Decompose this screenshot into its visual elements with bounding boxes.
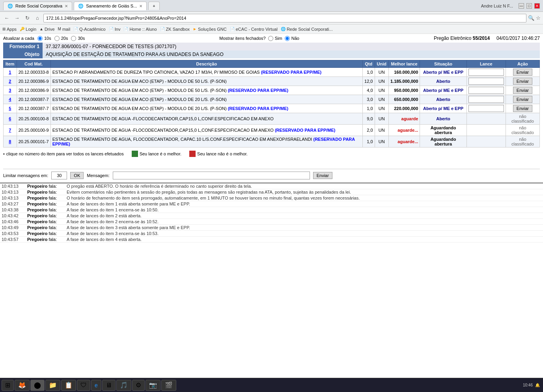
star-icon[interactable]: ☆ [536, 15, 541, 21]
chat-row: 10:43:13Pregoeiro fala:Evitem comentário… [0, 189, 543, 195]
refresh-30s-option[interactable]: 30s [71, 36, 85, 41]
item-num-link[interactable]: 1 [9, 70, 11, 75]
lance-input-cell[interactable] [466, 77, 506, 86]
mostrar-nao-radio[interactable] [285, 36, 290, 41]
refresh-button[interactable]: ↻ [23, 14, 32, 22]
bookmark-ecac[interactable]: 📄 eCAC - Centro Virtual [230, 27, 278, 32]
bookmark-zk[interactable]: 📄 ZK Sandbox [160, 27, 190, 32]
item-num-link[interactable]: 4 [9, 97, 11, 102]
acao-cell[interactable]: Enviar [506, 77, 539, 86]
lance-input-cell[interactable] [466, 68, 506, 77]
descricao-cell: ESTACAO DE TRATAMENTO DE AGUA EM ACO (ET… [50, 104, 362, 113]
bookmark-solucoes[interactable]: ► Soluções GNC [193, 27, 227, 32]
chat-row: 10:43:53Pregoeiro fala:A fase de lances … [0, 231, 543, 237]
melhor-lance-cell: 950.000,000 [388, 86, 420, 95]
item-num-link[interactable]: 6 [9, 116, 11, 121]
close-button[interactable]: ✕ [534, 3, 540, 9]
lance-input[interactable] [468, 96, 504, 103]
melhor-lance-cell: aguarde... [388, 136, 420, 147]
titlebar-user: Andre Luiz N F... [481, 4, 513, 8]
bookmark-rede-social[interactable]: 🌐 Rede Social Corporati... [281, 27, 333, 32]
cod-mat-cell: 20.25.000100-8 [17, 113, 50, 125]
address-bar[interactable] [43, 14, 526, 22]
bookmark-drive[interactable]: ▲ Drive [39, 27, 55, 32]
reserved-label: (RESERVADO PARA EPP/ME) [228, 106, 289, 111]
refresh-10s-radio[interactable] [37, 36, 43, 41]
item-num-cell: 4 [4, 95, 17, 104]
unid-cell: UN [375, 113, 388, 125]
qtd-cell: 1,0 [363, 68, 375, 77]
lance-input-cell[interactable] [466, 95, 506, 104]
nao-classificado-label: não classificado [511, 125, 534, 135]
unid-cell: UN [375, 95, 388, 104]
col-acao: Ação [506, 60, 539, 68]
home-button[interactable]: ⌂ [33, 14, 42, 22]
tab-close-active-icon[interactable]: ✕ [139, 4, 142, 8]
enviar-button[interactable]: Enviar [513, 69, 532, 76]
chat-message: A fase de lances do item 2 encerra-se às… [67, 219, 541, 224]
enviar-button[interactable]: Enviar [513, 87, 532, 94]
refresh-30s-radio[interactable] [71, 36, 76, 41]
tab-favicon: 🌐 [7, 4, 13, 9]
lance-input[interactable] [468, 78, 504, 85]
bookmark-inv[interactable]: 📄 Inv [109, 27, 121, 32]
lance-input-cell[interactable] [466, 86, 506, 95]
acao-cell[interactable]: Enviar [506, 104, 539, 113]
enviar-button[interactable]: Enviar [513, 96, 532, 103]
tab-new[interactable]: + [148, 2, 159, 10]
bookmark-login[interactable]: 🔑 Login [20, 27, 36, 32]
tab-rede-social[interactable]: 🌐 Rede Social Corporativa ✕ [3, 2, 72, 10]
tab-saneamento[interactable]: 🌐 Saneamento de Goiás S... ✕ [74, 2, 147, 10]
item-num-link[interactable]: 5 [9, 106, 11, 111]
cod-mat-cell: 20.12.000387-7 [17, 104, 50, 113]
ok-button[interactable]: OK [70, 172, 84, 179]
acao-cell[interactable]: Enviar [506, 68, 539, 77]
chat-sender: Pregoeiro fala: [27, 196, 63, 200]
minimize-button[interactable]: — [519, 3, 524, 9]
bookmark-mail[interactable]: M mail [58, 27, 71, 32]
maximize-button[interactable]: □ [526, 3, 532, 9]
ecac-icon: 📄 [230, 27, 235, 31]
enviar-button[interactable]: Enviar [513, 78, 532, 85]
situacao-cell: Aberto [420, 113, 466, 125]
bookmark-home-aluno[interactable]: 📄 Home :: Aluno [123, 27, 157, 32]
table-row: 620.25.000100-8ESTACAO DE TRATAMENTO DE … [4, 113, 540, 125]
search-icon[interactable]: 🔍 [528, 15, 534, 21]
lance-input-cell[interactable] [466, 104, 506, 113]
item-num-cell: 2 [4, 77, 17, 86]
refresh-20s-option[interactable]: 20s [54, 36, 68, 41]
mostrar-sim-option[interactable]: Sim [268, 36, 282, 41]
auto-refresh-label: Atualizar a cada [3, 36, 34, 41]
enviar-button[interactable]: Enviar [513, 105, 532, 112]
message-input[interactable] [113, 172, 310, 179]
legend-info-item: • clique no número do item para ver todo… [3, 151, 124, 156]
acao-cell[interactable]: Enviar [506, 95, 539, 104]
tab-close-icon[interactable]: ✕ [65, 4, 68, 8]
bookmark-apps[interactable]: ⊞ Apps [2, 27, 17, 32]
melhor-lance-cell: aguarde [388, 113, 420, 125]
item-num-link[interactable]: 2 [9, 79, 11, 84]
legend-area: • clique no número do item para ver todo… [3, 151, 540, 157]
lance-input[interactable] [468, 87, 504, 94]
mostrar-sim-radio[interactable] [268, 36, 273, 41]
forward-button[interactable]: → [13, 14, 21, 22]
item-num-link[interactable]: 7 [9, 128, 11, 133]
lance-input[interactable] [468, 69, 504, 76]
acao-cell[interactable]: Enviar [506, 86, 539, 95]
unid-cell: UN [375, 68, 388, 77]
item-num-link[interactable]: 3 [9, 88, 11, 93]
refresh-20s-radio[interactable] [54, 36, 60, 41]
bookmark-academico[interactable]: 📄 Q-Acadêmico [73, 27, 106, 32]
window-controls: Andre Luiz N F... — □ ✕ [481, 3, 540, 9]
enviar-mensagem-button[interactable]: Enviar [313, 172, 332, 179]
lance-input[interactable] [468, 105, 504, 112]
tab-label-active: Saneamento de Goiás S... [86, 4, 137, 8]
limit-input[interactable] [51, 172, 67, 179]
refresh-10s-option[interactable]: 10s [37, 36, 51, 41]
item-num-link[interactable]: 8 [9, 139, 11, 144]
chat-time: 10:43:27 [2, 202, 23, 206]
back-button[interactable]: ← [2, 14, 11, 22]
col-melhor-lance: Melhor lance [388, 60, 420, 68]
mostrar-nao-option[interactable]: Não [285, 36, 299, 41]
message-area: Limitar mensagens em: OK Mensagem: Envia… [3, 169, 540, 179]
